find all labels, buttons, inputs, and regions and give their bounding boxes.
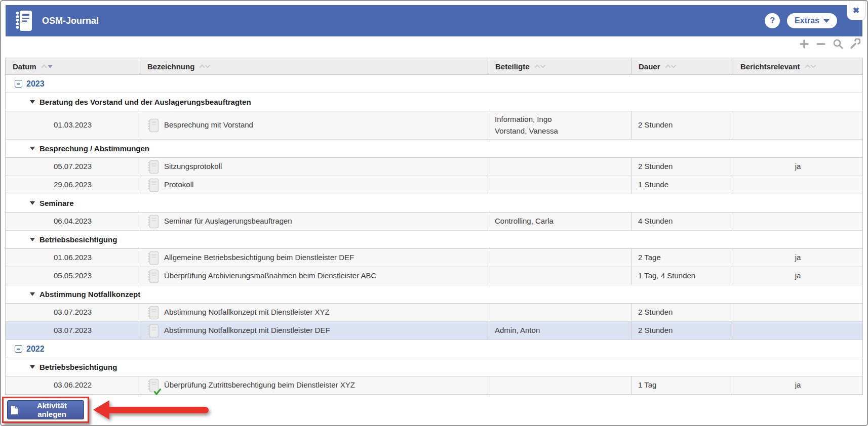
sort-asc-icon [200,64,205,70]
green-check-icon [154,389,161,395]
column-header-label: Dauer [639,62,660,71]
close-button[interactable]: ✖ [847,1,865,20]
create-activity-button-label: Aktivität anlegen [23,401,81,418]
journal-entry-icon [147,306,159,320]
page-title: OSM-Journal [42,16,99,26]
column-header-label: Datum [13,62,36,71]
triangle-down-icon [30,238,35,241]
sort-icons-beteiligte [535,64,545,68]
arrow-shaft [109,407,209,413]
table-row[interactable]: 01.03.2023 Besprechung mit VorstandInfor… [6,111,862,140]
table-toolbar [799,38,860,49]
cell-berichtsrelevant: ja [733,249,862,267]
bezeichnung-text: Sitzungsprotokoll [164,161,222,173]
sort-icons-berichtsrelevant [806,64,815,68]
cell-beteiligte [488,158,632,176]
journal-entry-icon [147,160,159,174]
sort-asc-icon [41,64,47,70]
cell-dauer: 1 Stunde [632,176,733,194]
cell-datum: 03.06.2022 [6,376,140,394]
sort-desc-icon [670,62,676,68]
cell-bezeichnung: Besprechung mit Vorstand [140,111,488,139]
collapse-minus-icon[interactable] [15,80,22,88]
cell-bezeichnung: Allgemeine Betriebsbesichtigung beim Die… [140,249,488,267]
cell-bezeichnung: Abstimmung Notfallkonzept mit Dienstleis… [140,304,488,321]
table-row[interactable]: 06.04.2023 Seminar für Auslagerungsbeauf… [6,212,862,231]
extras-button[interactable]: Extras [787,13,837,28]
journal-entry-icon [147,118,159,133]
journal-entry-icon [147,178,159,192]
cell-berichtsrelevant [733,212,862,230]
cell-berichtsrelevant: ja [733,158,862,176]
cell-beteiligte: Controlling, Carla [488,212,632,230]
cell-datum: 06.04.2023 [6,212,140,230]
table-row[interactable]: 29.06.2023 Protokoll1 Stunde [6,176,862,194]
journal-entry-icon [147,251,159,265]
table-row[interactable]: 01.06.2023 Allgemeine Betriebsbesichtigu… [6,249,862,267]
collapse-all-minus-icon[interactable] [816,39,826,49]
category-group-row[interactable]: Betriebsbesichtigung [6,358,862,376]
column-header-beteiligte[interactable]: Beteiligte [488,58,632,74]
cell-dauer: 1 Tag [632,376,733,394]
category-group-label: Abstimmung Notfallkonzept [40,290,140,299]
table-row[interactable]: 05.07.2023 Sitzungsprotokoll2 Stundenja [6,158,862,176]
cell-beteiligte: Admin, Anton [488,322,632,339]
table-row[interactable]: 03.07.2023 Abstimmung Notfallkonzept mit… [6,304,862,322]
cell-berichtsrelevant [733,304,862,321]
beteiligte-person: Admin, Anton [495,325,540,336]
sort-icons-bezeichnung [200,64,210,68]
column-header-dauer[interactable]: Dauer [632,58,733,74]
cell-datum: 05.05.2023 [6,267,140,285]
journal-entry-icon [147,324,159,338]
cell-berichtsrelevant [733,176,862,194]
journal-table-body: 2023Beratung des Vorstand und der Auslag… [6,75,862,395]
table-row[interactable]: 05.05.2023 Überprüfung Archivierungsmaßn… [6,267,862,285]
titlebar: OSM-Journal ? Extras [6,5,862,36]
beteiligte-person: Controlling, Carla [495,216,554,227]
column-header-berichtsrelevant[interactable]: Berichtsrelevant [733,58,862,74]
sort-asc-icon [665,64,670,70]
cell-beteiligte [488,304,632,321]
sort-desc-icon [810,62,816,68]
cell-dauer: 2 Stunden [632,111,733,139]
bezeichnung-text: Seminar für Auslagerungsbeauftragen [164,216,292,227]
triangle-down-icon [30,147,35,150]
category-group-row[interactable]: Beratung des Vorstand und der Auslagerun… [6,93,862,111]
expand-all-plus-icon[interactable] [799,39,809,49]
category-group-row[interactable]: Seminare [6,194,862,212]
cell-berichtsrelevant [733,322,862,339]
journal-entry-checked-icon [147,378,159,393]
table-row[interactable]: 03.07.2023 Abstimmung Notfallkonzept mit… [6,322,862,340]
triangle-down-icon [30,201,35,205]
cell-bezeichnung: Überprüfung Zutrittsberechtigung beim Di… [140,376,488,394]
cell-datum: 03.07.2023 [6,322,140,339]
cell-bezeichnung: Überprüfung Archivierungsmaßnahmen beim … [140,267,488,285]
collapse-minus-icon[interactable] [15,345,22,353]
category-group-row[interactable]: Betriebsbesichtigung [6,231,862,249]
bezeichnung-text: Abstimmung Notfallkonzept mit Dienstleis… [164,325,330,336]
cell-berichtsrelevant: ja [733,267,862,285]
column-header-datum[interactable]: Datum [6,58,140,74]
table-row[interactable]: 03.06.2022 Überprüfung Zutrittsberechtig… [6,376,862,395]
wrench-icon[interactable] [850,38,860,49]
sort-asc-icon [805,64,810,70]
sort-asc-icon [534,64,540,70]
column-header-label: Bezeichnung [147,62,194,71]
year-group-row-2023[interactable]: 2023 [6,75,862,93]
category-group-row[interactable]: Besprechung / Abstimmungen [6,140,862,158]
extras-button-label: Extras [795,16,819,25]
cell-berichtsrelevant [733,111,862,139]
year-group-label: 2023 [26,79,45,89]
bezeichnung-text: Protokoll [164,179,193,191]
category-group-row[interactable]: Abstimmung Notfallkonzept [6,285,862,304]
triangle-down-icon [30,100,35,104]
bezeichnung-text: Abstimmung Notfallkonzept mit Dienstleis… [164,307,330,318]
search-icon[interactable] [833,38,843,49]
year-group-row-2022[interactable]: 2022 [6,340,862,358]
column-header-bezeichnung[interactable]: Bezeichnung [140,58,488,74]
help-button[interactable]: ? [765,13,780,28]
cell-beteiligte [488,249,632,267]
chevron-down-icon [823,19,830,23]
column-header-label: Beteiligte [495,62,530,71]
create-activity-button[interactable]: Aktivität anlegen [7,400,84,419]
